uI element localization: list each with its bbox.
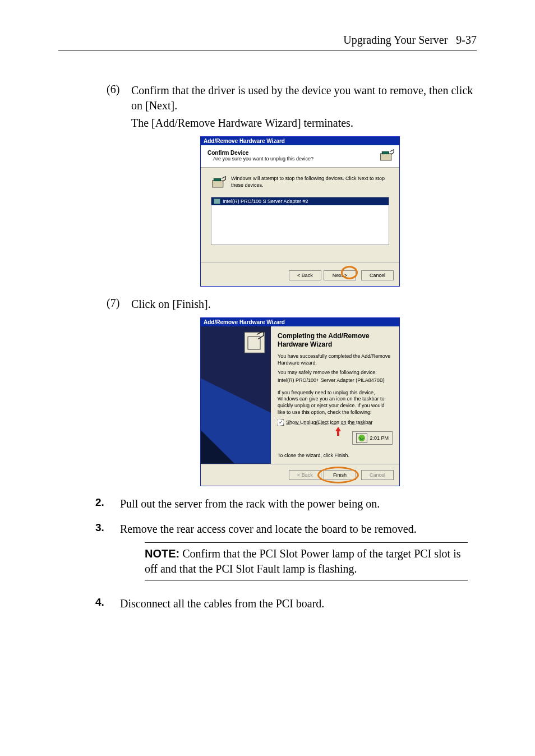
svg-rect-1	[382, 151, 389, 154]
header-rule	[58, 50, 477, 50]
cancel-button: Cancel	[361, 470, 394, 480]
wizard2-line2b: Intel(R) PRO/100+ Server Adapter (PILA84…	[278, 377, 393, 384]
note-label: NOTE:	[145, 547, 179, 560]
next-button[interactable]: Next >	[324, 270, 356, 280]
pci-card-icon	[379, 149, 395, 164]
wizard2-sidebar-image	[201, 326, 271, 464]
svg-rect-7	[245, 332, 265, 353]
step7-text: Click on [Finish].	[131, 297, 477, 312]
tray-time: 2:01 PM	[370, 435, 389, 441]
step7-num: (7)	[107, 297, 131, 312]
step4-num: 4.	[95, 596, 120, 611]
show-unplug-label: Show Unplug/Eject icon on the taskbar	[286, 420, 373, 425]
step3-text: Remove the rear access cover and locate …	[120, 522, 477, 537]
unplug-eject-icon[interactable]	[358, 435, 365, 441]
back-button: < Back	[289, 470, 321, 480]
step3-num: 3.	[95, 522, 120, 537]
note-block: NOTE: Confirm that the PCI Slot Power la…	[145, 542, 468, 580]
note-text: Confirm that the PCI Slot Power lamp of …	[145, 547, 461, 575]
wizard1-dialog: Add/Remove Hardware Wizard Confirm Devic…	[200, 136, 400, 287]
wizard1-subheading: Are you sure you want to unplug this dev…	[213, 156, 393, 162]
svg-rect-3	[214, 178, 220, 181]
cancel-button[interactable]: Cancel	[361, 270, 394, 280]
taskbar-tray: 2:01 PM	[352, 431, 393, 445]
arrow-icon	[335, 427, 341, 437]
wizard1-heading: Confirm Device	[207, 150, 393, 156]
wizard1-titlebar: Add/Remove Hardware Wizard	[201, 137, 399, 145]
pci-card-icon	[211, 176, 227, 191]
network-adapter-icon	[214, 199, 220, 204]
svg-rect-2	[213, 181, 223, 187]
wizard1-device-name: Intel(R) PRO/100 S Server Adapter #2	[223, 199, 308, 204]
wizard2-line3: If you frequently need to unplug this de…	[278, 390, 393, 416]
wizard2-heading: Completing the Add/Remove Hardware Wizar…	[278, 332, 393, 349]
wizard1-device-list[interactable]: Intel(R) PRO/100 S Server Adapter #2	[211, 197, 389, 245]
wizard2-titlebar: Add/Remove Hardware Wizard	[201, 318, 399, 326]
wizard1-midtext: Windows will attempt to stop the followi…	[231, 176, 389, 188]
step6-num: (6)	[107, 83, 131, 131]
page-number: 9-37	[456, 34, 477, 46]
wizard2-line1: You have successfully completed the Add/…	[278, 353, 393, 366]
finish-button[interactable]: Finish	[324, 470, 356, 480]
back-button[interactable]: < Back	[289, 270, 321, 280]
step2-num: 2.	[95, 496, 120, 511]
step2-text: Pull out the server from the rack with t…	[120, 496, 477, 511]
svg-rect-0	[381, 154, 391, 160]
step6-line2: The [Add/Remove Hardware Wizard] termina…	[131, 116, 477, 131]
step6-text: Confirm that the driver is used by the d…	[131, 83, 477, 113]
wizard2-dialog: Add/Remove Hardware Wizard Completing th…	[200, 317, 400, 486]
wizard2-line2a: You may safely remove the following devi…	[278, 370, 393, 376]
header-title: Upgrading Your Server	[343, 34, 448, 46]
step4-text: Disconnect all the cables from the PCI b…	[120, 596, 477, 611]
wizard2-close-text: To close the wizard, click Finish.	[278, 453, 393, 458]
show-unplug-checkbox[interactable]: ✓	[278, 420, 284, 426]
